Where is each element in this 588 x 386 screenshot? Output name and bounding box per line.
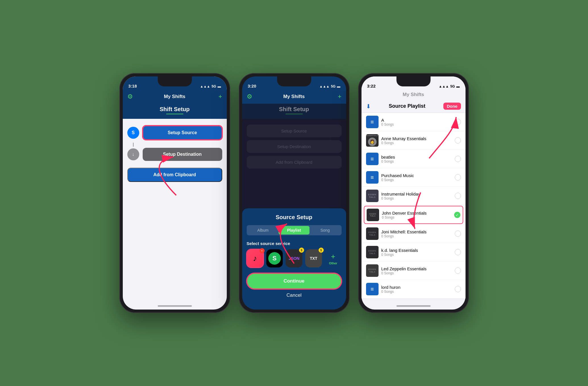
segment-song[interactable]: Song — [309, 226, 340, 234]
playlist-radio-beatles[interactable] — [455, 156, 461, 162]
playlist-thumb-instrumental: ESSENTIALS — [366, 190, 379, 202]
nav-title-1: My Shifts — [136, 94, 214, 99]
network-3: 5G — [450, 84, 455, 88]
phone-2-frame: 3:20 ▲▲▲ 5G ▬ ⚙ My Shifts + Shift Setup — [239, 73, 350, 313]
playlist-info-joni: Joni Mitchell: Essentials 0 Songs — [381, 229, 452, 238]
nav-bar-1: ⚙ My Shifts + — [123, 91, 227, 104]
playlist-item-kdlang[interactable]: ESSENTIALS k.d. lang Essentials 0 Songs — [361, 243, 466, 262]
add-icon-1[interactable]: + — [214, 93, 222, 100]
battery-2: ▬ — [337, 84, 340, 88]
phone-1-screen: 3:18 ▲▲▲ 5G ▬ ⚙ My Shifts + Shift Setup — [123, 76, 227, 310]
txt-icon[interactable]: TXT $ — [305, 249, 322, 267]
playlist-songs-anne: 0 Songs — [381, 141, 452, 145]
apple-music-icon[interactable]: ♪ • — [247, 249, 263, 267]
playlist-radio-instrumental[interactable] — [455, 193, 461, 199]
playlist-songs-lordhuron: 0 Songs — [381, 290, 452, 294]
screenshots-container: 3:18 ▲▲▲ 5G ▬ ⚙ My Shifts + Shift Setup — [119, 73, 469, 313]
playlist-name-joni: Joni Mitchell: Essentials — [381, 229, 452, 234]
continue-button[interactable]: Continue — [247, 273, 342, 289]
nav-bar-2: ⚙ My Shifts + — [242, 91, 346, 104]
time-2: 3:20 — [248, 84, 256, 88]
playlist-list: ≡ A 0 Songs ESSENTIALS 👩 — [361, 113, 466, 298]
dimmed-nav-3: My Shifts — [361, 91, 466, 100]
playlist-info-ledzep: Led Zeppelin Essentials 0 Songs — [381, 266, 452, 275]
dimmed-clipboard-btn-2: Add from Clipboard — [247, 156, 342, 169]
playlist-item-purchased[interactable]: ≡ Purchased Music 0 Songs — [361, 168, 466, 187]
playlist-thumb-kdlang: ESSENTIALS — [366, 246, 379, 258]
playlist-info-a: A 0 Songs — [381, 118, 452, 126]
playlist-radio-kdlang[interactable] — [455, 249, 461, 255]
playlist-name-ledzep: Led Zeppelin Essentials — [381, 266, 452, 271]
phone-1-wrapper: 3:18 ▲▲▲ 5G ▬ ⚙ My Shifts + Shift Setup — [119, 73, 230, 313]
phone-1-frame: 3:18 ▲▲▲ 5G ▬ ⚙ My Shifts + Shift Setup — [119, 73, 230, 313]
cancel-button[interactable]: Cancel — [247, 292, 342, 298]
dimmed-body-2: Setup Source Setup Destination Add from … — [242, 119, 346, 174]
playlist-item-a[interactable]: ≡ A 0 Songs — [361, 113, 466, 131]
gear-icon-1[interactable]: ⚙ — [127, 93, 136, 100]
playlist-nav-icon: ⬇ — [366, 103, 371, 110]
playlist-radio-anne[interactable] — [455, 137, 461, 144]
playlist-item-ledzep[interactable]: ESSENTIALS Led Zeppelin Essentials 0 Son… — [361, 262, 466, 280]
select-service-label: Select source service — [247, 241, 342, 246]
notch-2 — [277, 76, 311, 86]
playlist-radio-lordhuron[interactable] — [455, 286, 461, 292]
playlist-thumb-joni: ESSENTIALS — [366, 227, 379, 240]
add-icon-2[interactable]: + — [333, 93, 342, 100]
setup-source-row: S Setup Source — [127, 126, 222, 140]
playlist-thumb-purchased: ≡ — [366, 171, 379, 184]
segment-album[interactable]: Album — [248, 226, 279, 234]
setup-source-button-1[interactable]: Setup Source — [143, 126, 222, 140]
playlist-info-beatles: beatles 0 Songs — [381, 155, 452, 163]
phone-3-screen: 3:22 ▲▲▲ 5G ▬ My Shifts ⬇ Source Playlis… — [361, 76, 466, 310]
playlist-songs-kdlang: 0 Songs — [381, 253, 452, 257]
playlist-thumb-beatles: ≡ — [366, 153, 379, 165]
dimmed-shift-header-2: Shift Setup — [242, 104, 346, 119]
done-button[interactable]: Done — [443, 103, 461, 110]
home-indicator-3 — [396, 305, 431, 307]
json-badge: $ — [299, 248, 304, 253]
playlist-item-anne[interactable]: ESSENTIALS 👩 Anne Murray Essentials 0 So… — [361, 131, 466, 150]
json-icon[interactable]: JSON $ — [286, 249, 302, 267]
playlist-songs-ledzep: 0 Songs — [381, 271, 452, 275]
playlist-radio-a[interactable] — [455, 119, 461, 125]
playlist-item-beatles[interactable]: ≡ beatles 0 Songs — [361, 150, 466, 168]
playlist-radio-purchased[interactable] — [455, 174, 461, 180]
underline-1 — [166, 114, 183, 114]
setup-destination-button-1[interactable]: Setup Destination — [143, 148, 222, 161]
network-1: 5G — [211, 84, 216, 88]
playlist-item-joni[interactable]: ESSENTIALS Joni Mitchell: Essentials 0 S… — [361, 225, 466, 243]
source-setup-title: Source Setup — [247, 214, 342, 221]
segment-control[interactable]: Album Playlist Song — [247, 225, 342, 235]
playlist-thumb-john: ESSENTIALS — [367, 209, 379, 221]
segment-playlist[interactable]: Playlist — [279, 226, 309, 234]
playlist-name-john: John Denver Essentials — [382, 211, 451, 215]
playlist-info-lordhuron: lord huron 0 Songs — [381, 285, 452, 294]
playlist-check-john: ✓ — [454, 212, 460, 218]
spotify-icon[interactable]: S — [266, 249, 283, 267]
playlist-radio-joni[interactable] — [455, 231, 461, 237]
playlist-item-john-denver[interactable]: ESSENTIALS John Denver Essentials 0 Song… — [364, 206, 463, 224]
setup-destination-row: ↓ Setup Destination — [127, 148, 222, 161]
playlist-item-lordhuron[interactable]: ≡ lord huron 0 Songs — [361, 280, 466, 298]
playlist-thumb-lordhuron: ≡ — [366, 283, 379, 295]
battery-1: ▬ — [218, 84, 221, 88]
gear-icon-2[interactable]: ⚙ — [247, 93, 255, 100]
clipboard-button-1[interactable]: Add from Clipboard — [127, 168, 222, 182]
signal-icon-3: ▲▲▲ — [439, 84, 449, 88]
playlist-name-anne: Anne Murray Essentials — [381, 136, 452, 141]
playlist-item-instrumental[interactable]: ESSENTIALS Instrumental Holiday 0 Songs — [361, 187, 466, 205]
playlist-info-kdlang: k.d. lang Essentials 0 Songs — [381, 248, 452, 257]
signal-icon-1: ▲▲▲ — [200, 84, 210, 88]
playlist-thumb-ledzep: ESSENTIALS — [366, 264, 379, 277]
phone-3-wrapper: 3:22 ▲▲▲ 5G ▬ My Shifts ⬇ Source Playlis… — [358, 73, 469, 313]
notch-3 — [396, 76, 431, 86]
other-icon[interactable]: + Other — [325, 249, 342, 267]
phone-3-frame: 3:22 ▲▲▲ 5G ▬ My Shifts ⬇ Source Playlis… — [358, 73, 469, 313]
setup-body-1: S Setup Source ↓ Setup Destination Add f… — [123, 119, 227, 189]
playlist-radio-ledzep[interactable] — [455, 267, 461, 274]
playlist-name-instrumental: Instrumental Holiday — [381, 192, 452, 196]
playlist-songs-beatles: 0 Songs — [381, 159, 452, 163]
playlist-info-instrumental: Instrumental Holiday 0 Songs — [381, 192, 452, 200]
battery-3: ▬ — [456, 84, 460, 88]
service-icons-row: ♪ • S JSON $ — [247, 249, 342, 267]
